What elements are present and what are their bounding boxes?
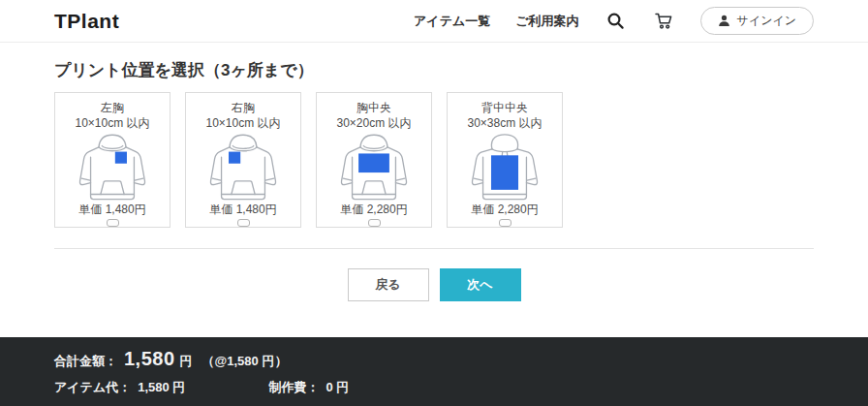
total-label: 合計金額： [54,353,117,370]
summary-footer: 合計金額： 1,580 円 （@1,580 円） アイテム代： 1,580 円 … [0,337,868,406]
position-checkbox[interactable] [499,219,512,227]
header: TPlant アイテム一覧 ご利用案内 サインイン [0,0,868,43]
next-button[interactable]: 次へ [440,268,521,301]
brand-logo[interactable]: TPlant [54,10,119,33]
print-position-card[interactable]: 背中中央 30×38cm 以内 [447,92,563,228]
print-area-rect [358,153,389,172]
search-icon[interactable] [604,10,627,32]
position-size: 30×20cm 以内 [336,115,411,131]
nav-item-guide[interactable]: ご利用案内 [515,13,578,30]
print-area-rect [115,152,127,164]
total-value: 1,580 [124,348,175,370]
section-divider [54,248,814,249]
print-position-card[interactable]: 胸中央 30×20cm 以内 [316,92,432,228]
print-position-card[interactable]: 右胸 10×10cm 以内 [185,92,301,228]
total-unit: 円 [180,353,193,370]
hoodie-illustration [67,132,158,202]
nav-item-items[interactable]: アイテム一覧 [414,13,490,30]
unit-price-note: （@1,580 円） [202,353,288,370]
total-row: 合計金額： 1,580 円 （@1,580 円） [54,348,814,370]
position-name: 右胸 [232,100,255,115]
position-name: 胸中央 [356,100,391,115]
unit-price: 単価 2,280円 [340,202,407,217]
unit-price: 単価 1,480円 [78,202,145,217]
position-checkbox[interactable] [237,219,250,227]
item-cost-label: アイテム代： [54,379,131,396]
position-size: 30×38cm 以内 [467,115,542,131]
user-icon [718,15,730,27]
production-cost-value: 0 円 [326,379,349,396]
item-cost-value: 1,580 円 [138,379,185,396]
print-area-rect [491,155,518,190]
signin-label: サインイン [737,13,796,29]
page-title: プリント位置を選択（3ヶ所まで） [54,43,814,81]
action-buttons: 戻る 次へ [54,268,814,301]
position-size: 10×10cm 以内 [75,115,149,131]
signin-button[interactable]: サインイン [700,7,814,35]
cart-icon[interactable] [652,10,675,32]
hoodie-illustration [459,132,550,202]
production-cost-label: 制作費： [268,379,319,396]
hoodie-illustration [328,132,419,202]
hoodie-illustration [198,132,289,202]
print-position-card[interactable]: 左胸 10×10cm 以内 [54,92,170,228]
main-content: プリント位置を選択（3ヶ所まで） 左胸 10×10cm 以内 [0,43,868,301]
position-name: 背中中央 [481,100,528,115]
position-name: 左胸 [101,100,124,115]
position-checkbox[interactable] [368,219,381,227]
main-nav: アイテム一覧 ご利用案内 サインイン [414,7,814,35]
unit-price: 単価 2,280円 [471,202,538,217]
print-area-rect [229,152,240,164]
unit-price: 単価 1,480円 [209,202,276,217]
back-button[interactable]: 戻る [348,268,429,301]
position-checkbox[interactable] [107,219,119,227]
position-size: 10×10cm 以内 [205,115,280,131]
print-position-cards: 左胸 10×10cm 以内 [54,92,814,228]
cost-breakdown-row: アイテム代： 1,580 円 制作費： 0 円 [54,379,814,396]
